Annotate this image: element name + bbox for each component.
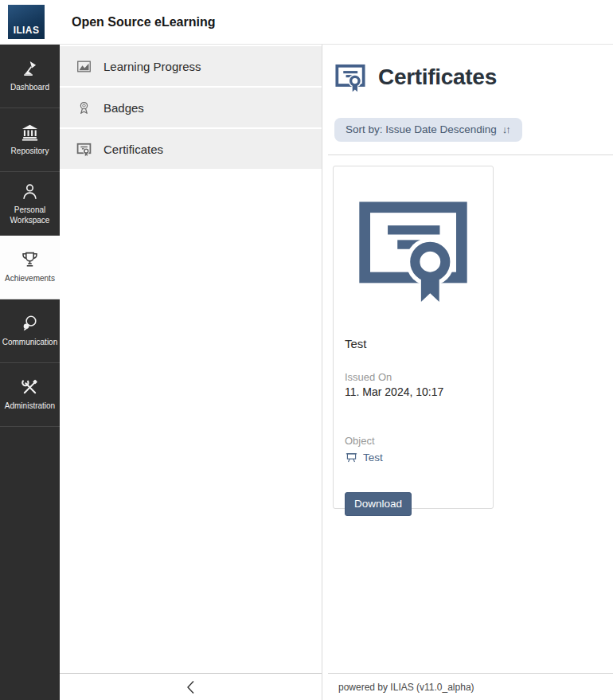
- test-board-icon: [345, 451, 358, 464]
- main-content: Certificates Sort by: Issue Date Descend…: [322, 45, 613, 700]
- mainbar: Dashboard Repository: [0, 45, 60, 700]
- bank-icon: [20, 123, 40, 143]
- object-link[interactable]: Test: [345, 451, 482, 464]
- achievements-slate: Learning Progress Badges: [60, 45, 322, 700]
- issued-on-label: Issued On: [345, 371, 482, 383]
- sidebar-item-personal-workspace[interactable]: Personal Workspace: [0, 172, 60, 236]
- crossed-tools-icon: [20, 377, 40, 397]
- sidebar-item-dashboard[interactable]: Dashboard: [0, 45, 60, 108]
- badge-rosette-icon: [76, 100, 92, 115]
- page-title: Certificates: [378, 65, 497, 90]
- ilias-logo[interactable]: ILIAS: [8, 5, 45, 39]
- certificate-icon: [334, 61, 366, 93]
- page-heading: Certificates: [322, 61, 613, 93]
- slate-item-certificates[interactable]: Certificates: [60, 129, 322, 169]
- certificate-icon: [355, 190, 471, 307]
- certificate-title: Test: [345, 337, 482, 350]
- lamp-icon: [20, 59, 40, 79]
- chevron-left-icon: [186, 680, 195, 694]
- area-chart-icon: [76, 59, 92, 74]
- sidebar-item-achievements[interactable]: Achievements: [0, 236, 60, 299]
- download-button[interactable]: Download: [345, 492, 412, 516]
- slate-item-learning-progress[interactable]: Learning Progress: [60, 46, 322, 86]
- ilias-app: ILIAS Open Source eLearning Dashboard: [0, 0, 613, 700]
- sidebar-item-administration[interactable]: Administration: [0, 363, 60, 427]
- top-header: ILIAS Open Source eLearning: [0, 0, 613, 45]
- slate-footer: [60, 673, 322, 700]
- page-header-title: Open Source eLearning: [72, 15, 215, 29]
- sidebar-item-communication[interactable]: Communication: [0, 299, 60, 363]
- certificate-icon: [76, 142, 92, 157]
- issued-on-value: 11. Mar 2024, 10:17: [345, 385, 482, 398]
- powered-by-footer: powered by ILIAS (v11.0_alpha): [328, 673, 613, 700]
- trophy-icon: [20, 250, 40, 270]
- person-icon: [20, 182, 40, 201]
- sort-arrows-icon: ↓↑: [502, 123, 511, 135]
- certificate-card: Test Issued On 11. Mar 2024, 10:17 Objec…: [333, 166, 494, 509]
- slate-item-badges[interactable]: Badges: [60, 88, 322, 127]
- collapse-slate-button[interactable]: [179, 677, 203, 698]
- section-divider: [328, 154, 613, 155]
- chat-bubbles-icon: [20, 314, 40, 334]
- sidebar-item-repository[interactable]: Repository: [0, 108, 60, 172]
- object-label: Object: [345, 435, 482, 447]
- sort-by-button[interactable]: Sort by: Issue Date Descending ↓↑: [334, 118, 522, 142]
